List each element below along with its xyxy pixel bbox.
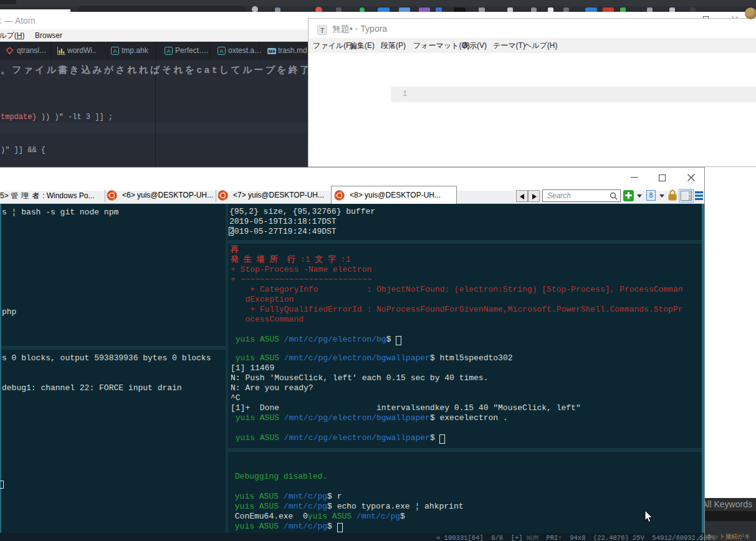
svg-text:M: M	[269, 49, 273, 54]
svg-text:A: A	[219, 48, 223, 54]
svg-text:A: A	[166, 48, 170, 54]
svg-text:A: A	[113, 48, 117, 54]
